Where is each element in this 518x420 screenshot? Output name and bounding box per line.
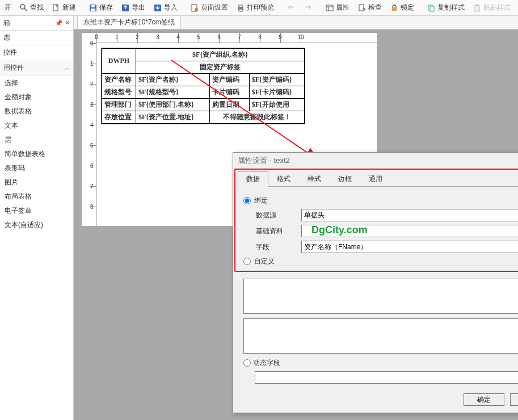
props-button[interactable]: 属性 <box>322 2 353 14</box>
inspect-label: 检查 <box>368 3 382 12</box>
dialog-tabs: 数据 格式 样式 边框 通用 <box>238 171 518 187</box>
label-cell[interactable]: 资产编码 <box>210 74 249 86</box>
brand-cell[interactable]: DWPH <box>102 49 136 74</box>
sidebar-item[interactable]: 图片 <box>0 175 73 190</box>
new-label: 新建 <box>62 3 76 12</box>
svg-line-1 <box>24 9 27 11</box>
lock-icon <box>390 3 399 12</box>
sidebar-item[interactable]: 电子签章 <box>0 204 73 218</box>
org-cell[interactable]: $F{资产组织.名称} <box>136 49 305 61</box>
save-label: 保存 <box>99 3 113 12</box>
sidebar-item[interactable]: 文本 <box>0 119 73 133</box>
control-group[interactable]: 用控件 ︿ <box>0 60 73 76</box>
form-section: 绑定 数据源 单据头 基础资料 字段 资产名称（FName） <box>238 191 518 274</box>
value-cell[interactable]: $F{开始使用 <box>249 99 304 111</box>
dialog-title: 属性设置 - text2 <box>238 156 290 166</box>
label-cell[interactable]: 管理部门 <box>102 99 136 111</box>
label-cell[interactable]: 卡片编码 <box>210 86 249 99</box>
paste-style-button[interactable]: 粘贴样式 <box>469 2 514 14</box>
tab-general[interactable]: 通用 <box>360 171 391 187</box>
sidebar-item[interactable]: 布局表格 <box>0 190 73 204</box>
redo-button[interactable] <box>300 2 316 14</box>
tab-format[interactable]: 格式 <box>268 171 299 187</box>
dynamic-radio-row[interactable]: 动态字段 <box>243 358 518 368</box>
sidebar-item[interactable]: 层 <box>0 133 73 147</box>
import-button[interactable]: 导入 <box>150 2 181 14</box>
dialog-titlebar[interactable]: 属性设置 - text2 ✕ <box>233 153 518 169</box>
export-button[interactable]: 导出 <box>117 2 149 14</box>
paste-style-label: 粘贴样式 <box>483 3 511 12</box>
file-new-icon <box>52 3 61 12</box>
copy-style-icon <box>427 3 436 12</box>
find-button[interactable]: 查找 <box>16 2 47 14</box>
custom-radio-row[interactable]: 自定义 <box>243 257 518 266</box>
inspect-button[interactable]: 检查 <box>354 2 385 14</box>
chevron-up-icon: ︿ <box>64 64 70 72</box>
base-select[interactable] <box>301 225 518 237</box>
lock-button[interactable]: 锁定 <box>386 2 418 14</box>
design-page[interactable]: DWPH $F{资产组织.名称} 固定资产标签 资产名称 $F{资产名称} 资产… <box>101 48 305 124</box>
print-preview-button[interactable]: 打印预览 <box>233 2 277 14</box>
value-cell[interactable]: $F{卡片编码} <box>249 86 304 99</box>
cancel-button[interactable]: 取消 <box>510 393 518 406</box>
label-cell[interactable]: 存放位置 <box>102 111 136 124</box>
label-cell[interactable]: 资产名称 <box>102 74 136 86</box>
custom-textarea-2[interactable] <box>243 318 518 354</box>
bind-radio[interactable] <box>243 197 251 204</box>
props-label: 属性 <box>336 3 349 12</box>
value-cell[interactable]: $F{规格型号} <box>136 86 210 99</box>
custom-textarea[interactable] <box>243 279 518 314</box>
lock-label: 锁定 <box>401 3 414 12</box>
sidebar-item[interactable]: 数据表格 <box>0 104 73 119</box>
undo-icon <box>287 3 296 12</box>
ok-button[interactable]: 确定 <box>464 393 504 406</box>
tab-border[interactable]: 边框 <box>330 171 360 187</box>
copy-style-label: 复制样式 <box>437 3 465 12</box>
open-button[interactable]: 开 <box>1 2 15 14</box>
value-cell[interactable]: $F{资产编码} <box>249 74 304 86</box>
label-cell[interactable]: 购置日期 <box>210 99 249 111</box>
group-label: 用控件 <box>3 63 24 73</box>
svg-rect-21 <box>476 5 478 6</box>
paste-style-icon <box>473 3 482 12</box>
svg-rect-4 <box>91 5 95 7</box>
datasource-select[interactable]: 单据头 <box>301 209 518 221</box>
sidebar-item[interactable]: 文本(自适应) <box>0 218 73 232</box>
dynamic-input[interactable] <box>255 371 518 384</box>
svg-rect-13 <box>326 5 333 11</box>
custom-label: 自定义 <box>254 257 275 266</box>
inspect-icon <box>357 3 367 12</box>
pin-icon[interactable]: 📌 ✕ <box>55 19 70 27</box>
sidebar-item[interactable]: 条形码 <box>0 161 73 175</box>
bind-radio-row[interactable]: 绑定 <box>243 196 518 205</box>
copy-style-button[interactable]: 复制样式 <box>423 2 468 14</box>
document-tab[interactable]: 东维丰资产卡片标10*7cm签纸 <box>77 16 181 29</box>
undo-button[interactable] <box>283 2 299 14</box>
tab-data[interactable]: 数据 <box>238 171 268 187</box>
controls-row[interactable]: 控件 <box>0 45 73 60</box>
properties-dialog: 属性设置 - text2 ✕ 数据 格式 样式 边框 通用 绑定 <box>233 152 518 413</box>
search-icon <box>19 3 28 12</box>
field-select[interactable]: 资产名称（FName） <box>301 241 518 253</box>
value-cell[interactable]: $F{使用部门.名称} <box>136 99 210 111</box>
export-icon <box>121 3 130 12</box>
svg-rect-16 <box>359 5 364 11</box>
label-cell[interactable]: 规格型号 <box>102 86 136 99</box>
custom-radio[interactable] <box>243 258 251 265</box>
sidebar-item[interactable]: 金额对象 <box>0 90 73 104</box>
toolbox-header: 箱 📌 ✕ <box>0 16 73 31</box>
warn-cell[interactable]: 不得随意撕毁此标签！ <box>210 111 305 124</box>
sidebar-item[interactable]: 简单数据表格 <box>0 147 73 161</box>
tab-style[interactable]: 样式 <box>299 171 330 187</box>
filter-row[interactable]: 虑 <box>0 31 73 45</box>
value-cell[interactable]: $F{资产名称} <box>136 74 210 86</box>
page-setup-button[interactable]: 页面设置 <box>187 2 231 14</box>
value-cell[interactable]: $F{资产位置.地址} <box>136 111 210 124</box>
dynamic-radio[interactable] <box>243 359 251 367</box>
title-cell[interactable]: 固定资产标签 <box>136 61 305 74</box>
sidebar-item[interactable]: 选择 <box>0 76 73 90</box>
svg-rect-12 <box>239 9 242 11</box>
canvas-wrap: 东维丰资产卡片标10*7cm签纸 012345678910 012345678 … <box>74 16 518 420</box>
save-button[interactable]: 保存 <box>85 2 116 14</box>
new-button[interactable]: 新建 <box>48 2 79 14</box>
